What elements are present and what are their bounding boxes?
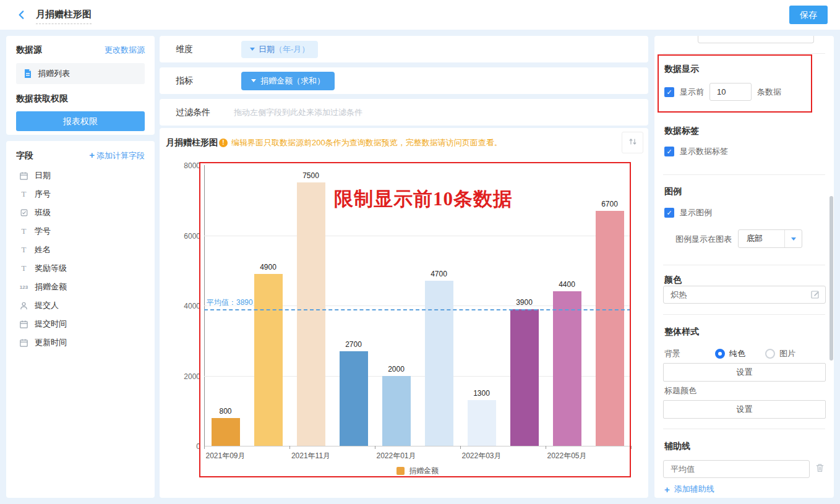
show-legend-row: 显示图例	[664, 207, 712, 218]
change-datasource-link[interactable]: 更改数据源	[105, 45, 145, 56]
bar[interactable]	[510, 309, 539, 446]
show-legend-checkbox[interactable]	[664, 208, 674, 218]
data-display-title: 数据显示	[664, 64, 699, 75]
fields-title: 字段	[16, 150, 33, 161]
title-input-partial[interactable]	[698, 36, 814, 43]
add-aux-line-link[interactable]: + 添加辅助线	[664, 484, 714, 495]
text-icon: T	[19, 263, 29, 273]
person-icon	[19, 301, 29, 310]
background-set-button[interactable]: 设置	[663, 363, 826, 382]
average-line	[204, 309, 631, 310]
filter-label: 过滤条件	[176, 107, 241, 118]
aux-line-title: 辅助线	[664, 441, 690, 452]
bar-value-label: 1300	[460, 389, 503, 398]
show-data-label-row: 显示数据标签	[664, 146, 728, 157]
divider	[663, 174, 825, 175]
plus-icon: +	[664, 484, 670, 495]
x-axis	[204, 446, 631, 446]
top-count-input[interactable]	[709, 83, 752, 101]
bar[interactable]	[340, 351, 368, 446]
field-label: 序号	[35, 189, 51, 200]
bar[interactable]	[553, 291, 581, 446]
x-axis-tick	[204, 446, 205, 449]
caret-down-icon	[250, 48, 255, 51]
field-item[interactable]: T序号	[16, 185, 145, 203]
field-item[interactable]: 班级	[16, 203, 145, 222]
legend-label: 捐赠金额	[409, 466, 439, 476]
show-top-row: 显示前 条数据	[664, 83, 781, 101]
save-button[interactable]: 保存	[789, 6, 828, 24]
field-item[interactable]: 提交时间	[16, 315, 145, 333]
filter-row[interactable]: 过滤条件 拖动左侧字段到此处来添加过滤条件	[160, 99, 648, 126]
bar[interactable]	[596, 211, 624, 446]
radio-image[interactable]	[765, 349, 775, 359]
back-icon[interactable]	[16, 9, 27, 20]
metric-chip[interactable]: 捐赠金额（求和）	[241, 72, 335, 90]
caret-down-icon	[251, 79, 256, 82]
warning-banner: ! 编辑界面只取数据源前200条作为查询数据预览，完整数据请访问页面查看。	[219, 137, 502, 148]
add-calc-field-link[interactable]: +添加计算字段	[89, 150, 145, 161]
scrollbar-thumb[interactable]	[829, 196, 833, 361]
bar-value-label: 2000	[375, 365, 418, 374]
bar[interactable]	[382, 376, 411, 446]
show-top-checkbox[interactable]	[664, 87, 674, 97]
x-axis-tick	[375, 446, 375, 449]
chart-legend[interactable]: 捐赠金额	[204, 466, 631, 476]
bar[interactable]	[254, 274, 283, 446]
calendar-icon	[19, 320, 29, 329]
divider	[663, 429, 825, 429]
sort-button[interactable]	[622, 132, 643, 153]
title-color-set-button[interactable]: 设置	[663, 400, 826, 419]
field-item[interactable]: T学号	[16, 222, 145, 241]
dimension-chip[interactable]: 日期（年-月）	[241, 41, 318, 58]
show-data-label-text: 显示数据标签	[680, 146, 728, 157]
divider	[663, 314, 825, 315]
page-title[interactable]: 月捐赠柱形图	[36, 9, 92, 24]
trash-icon[interactable]	[815, 463, 825, 475]
field-label: 日期	[35, 170, 51, 181]
x-axis-tick	[631, 446, 632, 449]
field-item[interactable]: T姓名	[16, 241, 145, 259]
legend-position-select[interactable]: 底部	[738, 229, 802, 248]
field-item[interactable]: 更新时间	[16, 333, 145, 352]
bar[interactable]	[212, 418, 240, 446]
x-axis-tick	[289, 446, 290, 449]
bar[interactable]	[425, 281, 453, 446]
radio-solid-color[interactable]	[715, 349, 725, 359]
datasource-title: 数据源	[16, 45, 42, 56]
document-icon	[22, 69, 33, 79]
x-axis-tick-label: 2022年05月	[533, 451, 601, 461]
field-label: 姓名	[35, 244, 51, 255]
aux-line-input[interactable]	[663, 460, 810, 478]
radio-solid-label: 纯色	[729, 348, 745, 359]
color-scheme-input[interactable]	[663, 286, 826, 304]
datasource-panel: 数据源 更改数据源 捐赠列表 数据获取权限 报表权限	[6, 36, 155, 135]
datasource-item-label: 捐赠列表	[38, 68, 70, 79]
warning-text: 编辑界面只取数据源前200条作为查询数据预览，完整数据请访问页面查看。	[231, 137, 502, 148]
bar[interactable]	[297, 182, 325, 446]
show-data-label-checkbox[interactable]	[664, 147, 674, 156]
bar-value-label: 3900	[503, 298, 546, 307]
caret-down-icon	[784, 230, 802, 247]
field-item[interactable]: 提交人	[16, 296, 145, 315]
field-label: 班级	[35, 207, 51, 218]
top-count-suffix: 条数据	[757, 87, 781, 98]
report-permission-button[interactable]: 报表权限	[16, 111, 145, 131]
edit-icon[interactable]	[810, 289, 820, 301]
field-label: 奖励等级	[35, 263, 67, 274]
field-item[interactable]: 日期	[16, 166, 145, 185]
field-item[interactable]: T奖励等级	[16, 259, 145, 278]
bar-value-label: 800	[204, 407, 247, 416]
bar-value-label: 4400	[546, 280, 588, 289]
y-axis-tick-label: 0	[177, 442, 200, 451]
x-axis-tick-label: 2021年09月	[192, 451, 260, 461]
field-item[interactable]: 123捐赠金额	[16, 278, 145, 296]
datasource-item[interactable]: 捐赠列表	[16, 63, 145, 84]
bar[interactable]	[468, 400, 496, 446]
calendar-icon	[19, 171, 29, 181]
text-icon: T	[19, 189, 29, 199]
show-legend-text: 显示图例	[680, 207, 712, 218]
plus-icon: +	[89, 150, 95, 160]
legend-section-title: 图例	[664, 186, 682, 197]
bar-value-label: 7500	[289, 171, 332, 180]
